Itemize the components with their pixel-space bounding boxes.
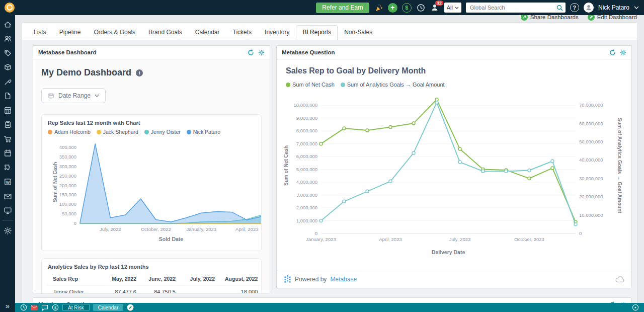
svg-text:0: 0 xyxy=(579,230,582,236)
legend-dot xyxy=(144,130,149,134)
metabase-footer: Powered by Metabase xyxy=(277,270,631,288)
tab-inventory[interactable]: Inventory xyxy=(258,25,296,40)
visibility-icon[interactable] xyxy=(632,304,639,311)
sidebar-calendar-icon[interactable] xyxy=(0,146,15,161)
question-title: Sales Rep to Goal by Delivery Month xyxy=(277,66,631,75)
tab-bar: ListsPipelineOrders & GoalsBrand GoalsCa… xyxy=(22,23,637,40)
table-title: Analytics Sales by Rep last 12 months xyxy=(48,264,255,270)
legend-item: Nick Pataro xyxy=(187,129,220,135)
global-search xyxy=(466,3,566,13)
panel-header: Metabase Question xyxy=(33,298,631,303)
calendar-icon xyxy=(48,93,54,99)
svg-text:October, 2023: October, 2023 xyxy=(514,237,544,242)
tab-orders-goals[interactable]: Orders & Goals xyxy=(87,25,142,40)
svg-text:100,000: 100,000 xyxy=(59,201,76,207)
notification-badge: 32 xyxy=(435,1,443,6)
chart-legend: Sum of Net CashSum of Analytics Goals → … xyxy=(277,82,631,88)
celebration-icon[interactable] xyxy=(374,3,383,13)
dashboard-area: Metabase Dashboard My Demo Dashboard i xyxy=(22,40,637,303)
metabase-brand-link[interactable]: Metabase xyxy=(330,276,357,283)
svg-text:Sum of Net Cash: Sum of Net Cash xyxy=(52,162,58,202)
at-risk-button[interactable]: At Risk xyxy=(62,304,90,311)
sidebar-mail-icon[interactable] xyxy=(0,189,15,204)
calendar-button[interactable]: Calendar xyxy=(93,304,124,311)
help-button[interactable]: ? xyxy=(570,3,579,12)
clock-icon[interactable] xyxy=(416,3,426,13)
svg-text:5,000,000: 5,000,000 xyxy=(296,167,317,172)
svg-text:400,000: 400,000 xyxy=(59,144,76,150)
svg-text:$: $ xyxy=(54,305,57,310)
share-dashboards-link[interactable]: Share Dashboards xyxy=(521,15,579,21)
user-menu-chevron-icon[interactable] xyxy=(634,6,639,9)
column-header[interactable]: July, 2022 xyxy=(181,273,220,285)
sidebar-home-icon[interactable] xyxy=(0,17,15,32)
column-header[interactable]: June, 2022 xyxy=(141,273,181,285)
tab-lists[interactable]: Lists xyxy=(27,25,53,40)
cloud-icon[interactable] xyxy=(615,276,624,283)
tab-brand-goals[interactable]: Brand Goals xyxy=(142,25,189,40)
sidebar-integrations-icon[interactable] xyxy=(0,161,15,175)
sidebar-orders-icon[interactable] xyxy=(0,132,15,146)
cell-value: 84,750.5 xyxy=(141,285,181,293)
sidebar-word-doc-icon[interactable]: W xyxy=(0,175,15,190)
sidebar-contacts-icon[interactable] xyxy=(0,32,15,46)
legend-dot xyxy=(187,130,191,134)
tab-non-sales[interactable]: Non-Sales xyxy=(338,25,379,40)
panel-title: Metabase Question xyxy=(282,49,335,55)
svg-text:2,000,000: 2,000,000 xyxy=(296,205,317,210)
column-header[interactable]: August, 2022 xyxy=(220,273,262,285)
tab-bi-reports[interactable]: BI Reports xyxy=(296,25,338,40)
svg-text:20,000,000: 20,000,000 xyxy=(579,194,603,199)
sidebar-settings-icon[interactable] xyxy=(0,223,15,238)
svg-text:50,000: 50,000 xyxy=(62,211,76,216)
sidebar-reports-icon[interactable] xyxy=(0,103,15,118)
sidebar-displays-icon[interactable] xyxy=(0,204,15,218)
search-icon[interactable] xyxy=(556,5,563,11)
sidebar-inventory-icon[interactable] xyxy=(0,60,15,75)
sidebar-expand-icon[interactable]: » xyxy=(6,300,10,311)
refresh-icon[interactable] xyxy=(248,49,254,56)
svg-text:July, 2022: July, 2022 xyxy=(100,226,121,232)
sales-by-rep-table: Sales RepMay, 2022June, 2022July, 2022Au… xyxy=(48,273,262,293)
gear-icon[interactable] xyxy=(258,49,265,56)
mail-alert-icon[interactable] xyxy=(31,305,38,310)
gear-icon[interactable] xyxy=(620,49,626,56)
currency-icon[interactable]: $ xyxy=(402,3,412,13)
info-icon[interactable]: i xyxy=(136,69,143,76)
column-header[interactable]: Sales Rep xyxy=(48,273,102,285)
sidebar-tools-icon[interactable] xyxy=(0,74,15,89)
dashboard-actions: Share Dashboards Edit Dashboard xyxy=(521,15,637,21)
user-avatar[interactable] xyxy=(584,3,594,13)
clock-status-icon[interactable] xyxy=(20,304,27,311)
chat-icon[interactable] xyxy=(41,304,48,311)
main-content: Share Dashboards Edit Dashboard ListsPip… xyxy=(15,15,644,303)
legend-item: Sum of Analytics Goals → Goal Amount xyxy=(341,82,445,88)
sidebar-documents-icon[interactable] xyxy=(0,89,15,104)
date-range-filter[interactable]: Date Range xyxy=(41,88,106,103)
sidebar-brands-icon[interactable] xyxy=(0,46,15,60)
legend-item: Jenny Oister xyxy=(144,129,181,135)
sidebar-tasks-icon[interactable] xyxy=(0,118,15,132)
tab-tickets[interactable]: Tickets xyxy=(226,25,259,40)
column-header[interactable]: May, 2022 xyxy=(102,273,141,285)
svg-text:40,000,000: 40,000,000 xyxy=(579,157,603,163)
edit-dashboard-link[interactable]: Edit Dashboard xyxy=(588,15,637,21)
tab-calendar[interactable]: Calendar xyxy=(189,25,226,40)
app-logo[interactable] xyxy=(4,2,15,13)
table-header-row: Sales RepMay, 2022June, 2022July, 2022Au… xyxy=(48,273,262,285)
add-icon[interactable]: + xyxy=(388,3,397,13)
refer-and-earn-button[interactable]: Refer and Earn xyxy=(316,3,369,13)
tab-pipeline[interactable]: Pipeline xyxy=(53,25,88,40)
sidebar: W » xyxy=(0,15,15,312)
refresh-icon[interactable] xyxy=(609,49,616,56)
legend-dot xyxy=(286,83,290,87)
legend-dot xyxy=(341,83,345,87)
user-name[interactable]: Nick Pataro xyxy=(598,4,629,11)
svg-text:60,000,000: 60,000,000 xyxy=(579,121,603,126)
search-scope-select[interactable]: All xyxy=(444,3,461,13)
edit-pencil-icon[interactable] xyxy=(127,304,134,311)
global-search-input[interactable] xyxy=(466,3,566,13)
contacts-notifications-icon[interactable]: 32 xyxy=(430,3,440,13)
money-icon[interactable]: $ xyxy=(52,304,59,311)
svg-text:1,000,000: 1,000,000 xyxy=(296,218,317,223)
